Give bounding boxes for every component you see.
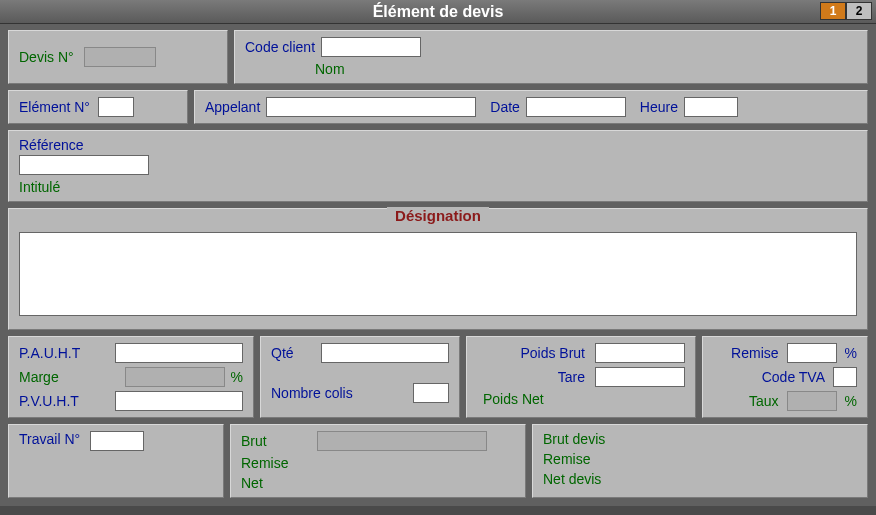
remise-percent: % <box>845 345 857 361</box>
marge-label: Marge <box>19 369 59 385</box>
pvuht-label: P.V.U.H.T <box>19 393 79 409</box>
taux-percent: % <box>845 393 857 409</box>
element-no-label: Elément N° <box>19 99 90 115</box>
brut-label: Brut <box>241 433 311 449</box>
brut-devis-label: Brut devis <box>543 431 605 447</box>
poids-brut-field[interactable] <box>595 343 685 363</box>
tare-label: Tare <box>558 369 585 385</box>
devis-no-label: Devis N° <box>19 49 74 65</box>
panel-poids: Poids Brut Tare Poids Net <box>466 336 696 418</box>
reference-label: Référence <box>19 137 84 153</box>
designation-textarea[interactable] <box>19 232 857 316</box>
panel-reference: Référence Intitulé <box>8 130 868 202</box>
panel-prices: P.A.U.H.T Marge % P.V.U.H.T <box>8 336 254 418</box>
qte-field[interactable] <box>321 343 449 363</box>
heure-label: Heure <box>640 99 678 115</box>
tab-2[interactable]: 2 <box>846 2 872 20</box>
brut-field <box>317 431 487 451</box>
code-client-label: Code client <box>245 39 315 55</box>
pvuht-field[interactable] <box>115 391 243 411</box>
designation-label: Désignation <box>387 207 489 224</box>
remise-label: Remise <box>731 345 778 361</box>
pauht-field[interactable] <box>115 343 243 363</box>
code-client-field[interactable] <box>321 37 421 57</box>
marge-percent: % <box>231 369 243 385</box>
nom-label: Nom <box>315 61 345 77</box>
panel-designation: Désignation <box>8 208 868 330</box>
pauht-label: P.A.U.H.T <box>19 345 80 361</box>
window: Élément de devis 1 2 Devis N° Code clien… <box>0 0 876 515</box>
panel-appelant: Appelant Date Heure <box>194 90 868 124</box>
page-tabs: 1 2 <box>820 2 872 20</box>
intitule-label: Intitulé <box>19 179 60 195</box>
appelant-label: Appelant <box>205 99 260 115</box>
code-tva-label: Code TVA <box>762 369 825 385</box>
nombre-colis-label: Nombre colis <box>271 385 353 401</box>
element-no-field[interactable] <box>98 97 134 117</box>
remise-tot-label: Remise <box>241 455 288 471</box>
date-label: Date <box>490 99 520 115</box>
marge-field <box>125 367 225 387</box>
remise-field[interactable] <box>787 343 837 363</box>
content: Devis N° Code client Nom Elément N° <box>0 24 876 506</box>
taux-label: Taux <box>749 393 779 409</box>
code-tva-field[interactable] <box>833 367 857 387</box>
panel-travail: Travail N° <box>8 424 224 498</box>
heure-field[interactable] <box>684 97 738 117</box>
tare-field[interactable] <box>595 367 685 387</box>
titlebar: Élément de devis 1 2 <box>0 0 876 24</box>
devis-no-field <box>84 47 156 67</box>
reference-field[interactable] <box>19 155 149 175</box>
tab-1[interactable]: 1 <box>820 2 846 20</box>
panel-remise: Remise % Code TVA Taux % <box>702 336 868 418</box>
taux-field <box>787 391 837 411</box>
net-devis-label: Net devis <box>543 471 601 487</box>
poids-net-label: Poids Net <box>483 391 544 407</box>
nombre-colis-field[interactable] <box>413 383 449 403</box>
panel-totals-right: Brut devis Remise Net devis <box>532 424 868 498</box>
panel-client: Code client Nom <box>234 30 868 84</box>
qte-label: Qté <box>271 345 294 361</box>
date-field[interactable] <box>526 97 626 117</box>
travail-field[interactable] <box>90 431 144 451</box>
window-title: Élément de devis <box>373 3 504 21</box>
travail-label: Travail N° <box>19 431 80 447</box>
poids-brut-label: Poids Brut <box>520 345 585 361</box>
remise-devis-label: Remise <box>543 451 590 467</box>
panel-totals-left: Brut Remise Net <box>230 424 526 498</box>
appelant-field[interactable] <box>266 97 476 117</box>
panel-qty: Qté Nombre colis <box>260 336 460 418</box>
panel-devis: Devis N° <box>8 30 228 84</box>
panel-element: Elément N° <box>8 90 188 124</box>
net-label: Net <box>241 475 263 491</box>
